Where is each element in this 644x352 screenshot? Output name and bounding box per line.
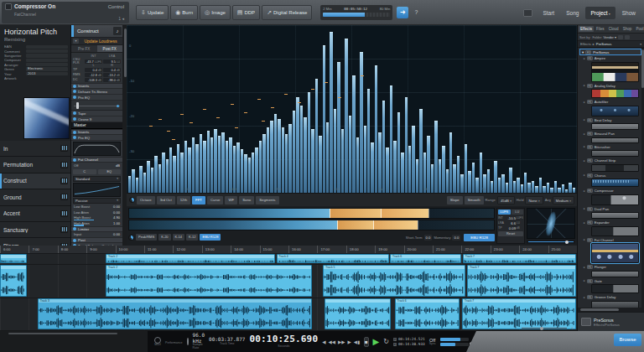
arrange-zoom-controls[interactable]: − + (515, 326, 574, 330)
update-loudness-row[interactable]: ▾ Update Loudness (71, 38, 122, 45)
breadcrumb-current[interactable]: PreSonus (596, 42, 611, 46)
help-icon[interactable]: ? (412, 8, 420, 17)
thumbnail-ampire[interactable] (591, 62, 639, 82)
audio-clip-track-6[interactable]: Track 6 (390, 254, 461, 263)
browser-item-fat-channel[interactable]: ▸FXFat Channel (579, 237, 644, 244)
thumbnail-channel-strip[interactable] (591, 164, 639, 172)
chevron-right-icon[interactable]: ▸ (584, 279, 585, 282)
list-view-icon[interactable] (625, 35, 630, 39)
audio-clip[interactable] (0, 265, 27, 297)
chevron-right-icon[interactable]: ▸ (584, 132, 585, 136)
song-header[interactable]: Construct ♪ (71, 25, 122, 38)
audio-clip-track-2[interactable]: Track 2 (106, 265, 312, 297)
range-select[interactable]: 45dB ▾ (497, 196, 515, 204)
horizontal-scrollbar[interactable] (8, 333, 117, 334)
printer-icon[interactable] (523, 9, 532, 17)
breadcrumb-root[interactable]: Effects (580, 42, 591, 46)
tab-post-fx[interactable]: Post FX (97, 45, 123, 52)
thumbnail-bitcrusher[interactable] (591, 150, 639, 157)
fc-button-c[interactable]: C (73, 169, 96, 174)
audio-clip-track-4[interactable]: Track 4 (277, 254, 389, 263)
browser-tab-shop[interactable]: Shop (621, 26, 634, 32)
toolbar-button-burn[interactable]: ◉Burn (170, 5, 198, 20)
mode-button-fft[interactable]: FFT (192, 196, 205, 204)
artwork-image[interactable] (23, 97, 70, 139)
thumbnail-compressor[interactable] (591, 194, 639, 205)
main-time-display[interactable]: 00:10:25.690 Seconds (249, 334, 318, 348)
browser-tab-cloud[interactable]: Cloud (607, 26, 621, 32)
meta-value-ean[interactable] (26, 45, 68, 49)
go-arrow-button[interactable]: ➜ (397, 7, 408, 18)
play-button[interactable]: ▶ (373, 337, 380, 346)
unit-lufs[interactable]: LUFS (498, 210, 511, 215)
song-item-in[interactable]: In (0, 141, 71, 157)
insert-ozone-9[interactable]: Ozone 9 (71, 116, 122, 122)
stop-button[interactable]: ■ (364, 337, 369, 347)
toggle-smooth[interactable]: Smooth (465, 196, 484, 204)
insert-pro-eq[interactable]: Pro EQ (71, 95, 122, 101)
forward-button[interactable]: ▶▶ (338, 339, 345, 344)
toolbar-button-digital-release[interactable]: ↗Digital Release (262, 5, 312, 20)
scale-peak-rms[interactable]: Peak/RMS (136, 234, 157, 241)
power-icon[interactable] (73, 85, 76, 88)
meta-value-comment[interactable] (26, 49, 68, 53)
avg-select[interactable]: Medium ▾ (553, 196, 574, 204)
mode-button-octave[interactable]: Octave (137, 196, 155, 204)
chevron-right-icon[interactable]: ▸ (584, 221, 585, 225)
ebu-r128-mode-button[interactable]: EBU R128 (464, 234, 495, 241)
fat-channel-gain-row[interactable]: OffdB (71, 163, 122, 168)
browser-item-flanger[interactable]: ▸FXFlanger (579, 264, 644, 271)
audio-clip[interactable] (325, 298, 391, 329)
browser-item-binaural-pan[interactable]: ▸FXBinaural Pan (579, 131, 644, 137)
meta-value-songwriter[interactable] (26, 54, 68, 57)
insert-pro-eq[interactable]: Pro EQ (71, 135, 122, 141)
song-item-permutation[interactable]: Permutation (0, 157, 71, 173)
fc-style-select[interactable]: Standard▾ (73, 176, 121, 182)
scale-ebu-r128[interactable]: EBU R128 (200, 234, 221, 241)
zoom-out-icon[interactable]: − (515, 325, 517, 330)
prev-marker-button[interactable]: ◀ (322, 339, 325, 344)
meter-icon[interactable] (129, 197, 135, 203)
song-item-sanctuary[interactable]: Sanctuary (0, 222, 71, 238)
loop-start-time[interactable]: 00:14:24.521 (398, 337, 425, 341)
meta-value-arranger[interactable] (26, 63, 68, 66)
fc-eq-style-select[interactable]: Passive▾ (73, 198, 121, 204)
thumbnail-expander[interactable] (591, 226, 639, 236)
thumbnail-fat-channel[interactable] (591, 243, 639, 263)
power-icon[interactable] (73, 227, 76, 230)
insert-dehaze-tri-stereo[interactable]: Dehaze Tri-Stereo (71, 89, 122, 95)
power-icon[interactable] (73, 239, 76, 242)
audio-clip-track-7[interactable]: Track 7 (462, 298, 576, 329)
chevron-right-icon[interactable]: ▸ (584, 173, 585, 177)
chevron-right-icon[interactable]: ▸ (584, 238, 585, 241)
mode-button-3rd-oct[interactable]: 3rd Oct (157, 196, 175, 204)
master-inserts-header[interactable]: Inserts (71, 129, 122, 135)
speaker-icon[interactable]: ♪ (113, 27, 122, 35)
goniometer-zoom-slider[interactable] (527, 240, 575, 244)
fader-handle[interactable] (76, 102, 79, 109)
song-item-bloom[interactable]: Bloom (0, 238, 71, 246)
fat-channel-header[interactable]: Fat Channel (71, 157, 122, 163)
notification-nav[interactable]: 1 ◂ (118, 16, 124, 21)
control-label[interactable]: Control (108, 4, 124, 9)
power-meter-icon[interactable] (128, 235, 134, 241)
browser-item-gate[interactable]: ▸FXGate (579, 278, 644, 285)
toolbar-button-ddp[interactable]: ▤DDP (232, 5, 260, 20)
sync-toggle[interactable]: Off Sync (429, 338, 436, 346)
browser-tab-effects[interactable]: Effects (579, 26, 594, 32)
loop-end-time[interactable]: 00:14:38.933 (398, 342, 425, 346)
thumbnail-binaural-pan[interactable] (591, 137, 639, 143)
thumbnail-groove-delay[interactable] (591, 301, 639, 308)
rewind-button[interactable]: ◀◀ (329, 339, 335, 344)
hold-select[interactable]: None ▾ (525, 196, 543, 204)
performance-meter[interactable]: Performance (165, 339, 183, 345)
post-header[interactable]: Post (71, 237, 122, 243)
power-icon[interactable] (73, 136, 76, 139)
page-tab-project[interactable]: Project ▾ (585, 7, 615, 19)
mode-button-12th[interactable]: 12th (177, 196, 190, 204)
unit-lu[interactable]: LU (512, 210, 524, 215)
page-tab-song[interactable]: Song (561, 7, 584, 19)
audio-clip-track-2[interactable]: Track 2 (106, 254, 275, 263)
song-item-ground[interactable]: Ground (0, 189, 71, 205)
zoom-in-icon[interactable]: + (571, 325, 574, 330)
